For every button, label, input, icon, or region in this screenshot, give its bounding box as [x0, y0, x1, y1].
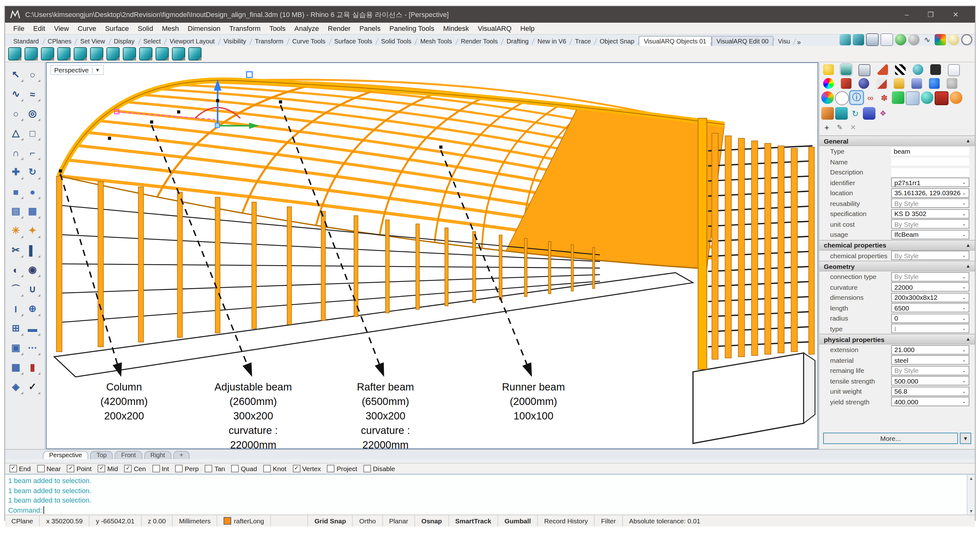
info-icon[interactable]: ⓘ: [850, 91, 863, 104]
slab-icon[interactable]: [41, 47, 54, 60]
osnap-toggle[interactable]: Int: [152, 465, 169, 473]
property-value-dropdown[interactable]: By Style ⌄: [891, 366, 969, 376]
colorwheel-icon[interactable]: [823, 78, 834, 89]
property-value-dropdown[interactable]: IfcBeam ⌄: [891, 230, 969, 239]
property-value-dropdown[interactable]: By Style ⌄: [891, 251, 969, 261]
lasso-icon[interactable]: ○: [25, 67, 40, 81]
points-icon[interactable]: ⋯: [25, 341, 40, 355]
tools-icon[interactable]: [821, 107, 834, 120]
globe-icon[interactable]: [913, 64, 923, 75]
curtain-wall-icon[interactable]: [25, 47, 38, 60]
join-icon[interactable]: ✦: [25, 224, 40, 237]
menu-item[interactable]: Solid: [133, 25, 158, 32]
osnap-toggle[interactable]: Disable: [363, 465, 395, 473]
split-icon[interactable]: ▌: [25, 243, 40, 257]
rectangle-icon[interactable]: □: [25, 126, 40, 140]
close-button[interactable]: ✕: [953, 10, 959, 19]
viewport-tab[interactable]: Top: [91, 451, 113, 459]
paint-teal-icon[interactable]: [840, 34, 851, 45]
property-value-dropdown[interactable]: 56.8 ⌄: [891, 387, 969, 396]
grid-surface-icon[interactable]: ▦: [25, 204, 40, 218]
viewport-tab[interactable]: Perspective: [43, 451, 89, 459]
command-scrollbar[interactable]: ▲ ▼: [967, 475, 975, 514]
menu-item[interactable]: Dimension: [183, 25, 225, 32]
toolbar-tab[interactable]: New in V6: [533, 37, 571, 46]
checkbox[interactable]: [10, 465, 17, 473]
beam-icon[interactable]: [123, 47, 136, 60]
section-header[interactable]: chemical properties▲: [819, 240, 975, 250]
window-icon[interactable]: [90, 47, 103, 60]
status-toggle[interactable]: Planar: [383, 515, 415, 527]
green-sphere-icon[interactable]: [895, 34, 906, 45]
viewport[interactable]: Perspective ▼ Column(4200mm) 200x200 Adj…: [46, 62, 818, 449]
property-value-dropdown[interactable]: By Style ⌄: [891, 272, 969, 282]
sphere-icon[interactable]: ●: [25, 185, 40, 198]
dark-sphere-icon[interactable]: [858, 78, 869, 89]
roof-icon[interactable]: [139, 47, 153, 60]
osnap-toggle[interactable]: Quad: [231, 465, 257, 473]
checkbox[interactable]: [37, 465, 45, 473]
polyline-icon[interactable]: ∿: [8, 87, 23, 101]
section-header[interactable]: General▲: [819, 135, 975, 146]
bell-blue-icon[interactable]: [929, 78, 940, 89]
tab-overflow-chevron[interactable]: »: [794, 38, 803, 46]
toolbar-tab[interactable]: Viewport Layout: [165, 37, 219, 46]
property-value-dropdown[interactable]: 35.161326, 129.03926 ⌄: [891, 188, 969, 198]
status-segment[interactable]: y -665042.01: [90, 515, 142, 527]
active-layer[interactable]: rafterLong: [218, 515, 271, 527]
trim-icon[interactable]: ✂: [8, 243, 23, 257]
dart-icon[interactable]: [877, 64, 888, 75]
status-segment[interactable]: Millimeters: [173, 515, 217, 527]
osnap-toggle[interactable]: Point: [67, 465, 92, 473]
block-icon[interactable]: ▣: [8, 341, 23, 355]
gumball-icon[interactable]: ⊕: [25, 302, 40, 315]
check-icon[interactable]: ✓: [25, 380, 40, 394]
curve-icon[interactable]: ≈: [25, 87, 40, 101]
menu-item[interactable]: Help: [516, 25, 539, 32]
toolbar-tab[interactable]: Display: [109, 37, 139, 46]
property-value-dropdown[interactable]: KS D 3502 ⌄: [891, 209, 969, 218]
property-value-dropdown[interactable]: 6500 ⌄: [891, 303, 969, 313]
grid-array-icon[interactable]: ▦: [8, 360, 23, 374]
offset-icon[interactable]: ∪: [25, 282, 40, 296]
arc-icon[interactable]: ∩: [8, 145, 23, 159]
command-area[interactable]: 1 beam added to selection.1 beam added t…: [5, 474, 975, 514]
fillet-icon[interactable]: ⌐: [25, 145, 40, 159]
osnap-toggle[interactable]: Mid: [98, 465, 118, 473]
property-value-dropdown[interactable]: ⌄: [891, 158, 969, 166]
links-icon[interactable]: ∞: [864, 91, 877, 104]
viewport-title-dropdown[interactable]: Perspective ▼: [50, 65, 104, 75]
folder-icon[interactable]: [894, 78, 904, 89]
checkbox[interactable]: [98, 465, 105, 473]
clock-icon[interactable]: [961, 34, 972, 45]
command-prompt[interactable]: Command:: [8, 505, 965, 515]
toolbar-tab[interactable]: CPlanes: [43, 37, 76, 46]
status-segment[interactable]: x 350200.59: [40, 515, 90, 527]
property-value-dropdown[interactable]: 400.000 ⌄: [891, 397, 969, 407]
beams-icon[interactable]: [835, 107, 848, 120]
toolbar-tab[interactable]: Visu: [773, 37, 794, 46]
color-icon[interactable]: [821, 91, 834, 104]
property-value-dropdown[interactable]: ⌄: [891, 168, 969, 177]
polygon-icon[interactable]: △: [8, 126, 23, 140]
explode-icon[interactable]: ✳: [8, 224, 23, 237]
property-value-dropdown[interactable]: beam ⌄: [891, 147, 969, 156]
stair-icon[interactable]: [156, 47, 169, 60]
note-icon[interactable]: [892, 91, 904, 104]
status-toggle[interactable]: Filter: [595, 515, 623, 527]
section-header[interactable]: physical properties▲: [819, 334, 975, 345]
knot-icon[interactable]: ✽: [878, 91, 891, 104]
status-toggle[interactable]: SmartTrack: [449, 515, 498, 527]
toolbar-tab[interactable]: Transform: [251, 37, 288, 46]
status-toggle[interactable]: Gumball: [498, 515, 538, 527]
checkbox[interactable]: [293, 465, 300, 473]
more-button[interactable]: More...: [823, 433, 958, 444]
osnap-toggle[interactable]: Tan: [205, 465, 225, 473]
osnap-toggle[interactable]: Cen: [124, 465, 146, 473]
property-value-dropdown[interactable]: 200x300x8x12 ⌄: [891, 293, 969, 302]
curve-hook-icon[interactable]: ∿: [921, 34, 933, 45]
toolbar-tab[interactable]: Surface Tools: [330, 37, 377, 46]
box-icon[interactable]: ■: [8, 185, 23, 198]
menu-item[interactable]: Paneling Tools: [385, 25, 439, 32]
checkbox[interactable]: [327, 465, 335, 473]
